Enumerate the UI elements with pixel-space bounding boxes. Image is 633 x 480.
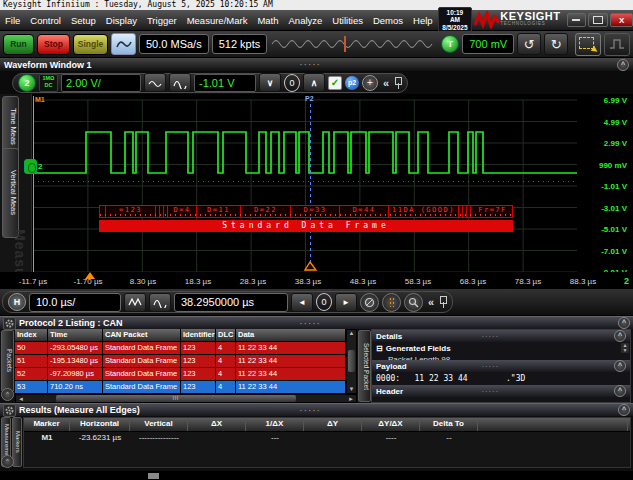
collapse-header-button[interactable]: ^ — [614, 385, 626, 397]
timebase-scale-field[interactable]: 10.0 µs/ — [29, 293, 121, 312]
menu-item-analyze[interactable]: Analyze — [284, 15, 328, 26]
channel2-coupling-badge[interactable]: 1MΩ DC — [39, 74, 58, 92]
sidebar-tab-time-meas[interactable]: Time Meas — [2, 96, 19, 156]
results-panel-header[interactable]: Results (Measure All Edges) ····· ^ — [0, 403, 633, 416]
pin-icon[interactable] — [439, 296, 447, 308]
gear-icon[interactable] — [3, 404, 16, 417]
table-row[interactable]: 53710.20 nsStandard Data Frame123411 22 … — [15, 381, 346, 394]
horizontal-position-field[interactable]: 38.2950000 µs — [174, 293, 288, 312]
position-zero-button[interactable]: 0 — [316, 293, 332, 311]
menu-item-display[interactable]: Display — [101, 15, 142, 26]
collapse-payload-button[interactable]: ^ — [614, 360, 626, 372]
results-column-marker[interactable]: Marker — [24, 418, 70, 431]
trigger-reference-triangle[interactable] — [304, 261, 317, 271]
vertical-offset-field[interactable]: -1.01 V — [194, 74, 256, 92]
trigger-level-field[interactable]: 700 mV — [462, 34, 514, 54]
scroll-left-icon[interactable]: ◄ — [16, 396, 26, 402]
drag-grip-icon[interactable]: ····· — [300, 320, 322, 327]
menu-item-utilities[interactable]: Utilities — [327, 15, 368, 26]
packet-table-hscrollbar[interactable]: ◄ lll ► — [15, 394, 357, 403]
restore-button[interactable] — [588, 13, 608, 27]
results-column-deltato[interactable]: Delta To — [420, 418, 478, 431]
waveform-grid[interactable]: M1 P2 2 =123D=4D=11D=22D=33D=4411DA (GOO… — [33, 96, 577, 272]
timebase-zoom-in-button[interactable] — [149, 293, 171, 312]
acquisition-preview[interactable] — [270, 34, 438, 54]
probe-p2-badge[interactable]: p2 — [345, 76, 359, 90]
can-decode-bus-bar[interactable]: =123D=4D=11D=22D=33D=4411DA (GOOD)Fr=7F — [99, 205, 513, 218]
details-section-header[interactable]: Details ····· ^ — [372, 330, 630, 342]
scale-decrease-button[interactable] — [144, 73, 166, 92]
channel-on-checkbox[interactable]: ✓ — [328, 76, 342, 90]
results-column-horizontal[interactable]: Horizontal — [70, 418, 130, 431]
trigger-badge[interactable]: T — [441, 35, 459, 53]
waveform-window-header[interactable]: Waveform Window 1 ····· ^ — [0, 58, 633, 71]
position-left-button[interactable]: ◄ — [291, 293, 313, 312]
timebase-zoom-out-button[interactable] — [124, 293, 146, 312]
results-column-y[interactable]: ΔY — [304, 418, 362, 431]
table-row[interactable]: 51-195.13480 µsStandard Data Frame123411… — [15, 355, 346, 368]
marker-m1-line[interactable] — [33, 96, 34, 272]
can-frame-type-bar[interactable]: Standard Data Frame — [99, 220, 513, 232]
hscroll-thumb[interactable]: lll — [56, 395, 296, 402]
single-button[interactable]: Single — [73, 34, 108, 55]
offset-down-button[interactable]: ∨ — [259, 73, 281, 92]
menu-item-file[interactable]: File — [0, 15, 25, 26]
scale-increase-button[interactable] — [169, 73, 191, 92]
channel2-badge[interactable]: 2 — [18, 74, 36, 92]
panel-corner-button[interactable]: ^ — [1, 455, 14, 468]
offset-zero-button[interactable]: 0 — [284, 74, 300, 92]
column-header-canpacket[interactable]: CAN Packet — [103, 329, 181, 341]
collapse-h-controls-button[interactable]: « — [426, 296, 436, 308]
generated-fields-row[interactable]: ⊟ Generated Fields ▲▼ — [372, 342, 630, 355]
column-header-identifier[interactable]: Identifier — [181, 329, 216, 341]
vscroll-thumb[interactable] — [348, 350, 355, 372]
payload-section-header[interactable]: Payload ····· ^ — [372, 360, 630, 372]
run-button[interactable]: Run — [3, 34, 34, 55]
collapse-results-button[interactable]: ^ — [618, 404, 630, 416]
collapse-controls-button[interactable]: « — [381, 77, 391, 89]
table-row[interactable]: 52-97.20980 µsStandard Data Frame123411 … — [15, 368, 346, 381]
column-header-time[interactable]: Time — [48, 329, 103, 341]
horizontal-badge[interactable]: H — [8, 293, 26, 311]
menu-item-help[interactable]: Help — [408, 15, 438, 26]
offset-up-button[interactable]: ∧ — [303, 73, 325, 92]
close-button[interactable]: X — [610, 13, 633, 27]
scroll-up-icon[interactable]: ▲ — [347, 330, 356, 336]
zoom-mode-button[interactable] — [360, 293, 379, 312]
add-channel-button[interactable]: + — [362, 75, 378, 91]
trigger-markers-button[interactable] — [382, 293, 401, 312]
waveform-setup-button[interactable] — [111, 33, 136, 55]
selected-packet-tab[interactable]: Selected Packet — [358, 330, 371, 402]
column-header-data[interactable]: Data — [236, 329, 346, 341]
undo-button[interactable]: ↺ — [517, 33, 541, 55]
redo-button[interactable]: ↻ — [544, 33, 568, 55]
results-column-x[interactable]: 1/ΔX — [246, 418, 304, 431]
menu-item-math[interactable]: Math — [252, 15, 283, 26]
sidebar-tab-vertical-meas[interactable]: Vertical Meas — [2, 148, 19, 238]
results-column-yx[interactable]: ΔY/ΔX — [362, 418, 420, 431]
measurement-p2-line[interactable] — [310, 104, 311, 272]
memory-depth-field[interactable]: 512 kpts — [212, 34, 268, 54]
vertical-scale-field[interactable]: 2.00 V/ — [61, 74, 141, 92]
scroll-down-icon[interactable]: ▼ — [347, 386, 356, 392]
stop-button[interactable]: Stop — [37, 34, 70, 55]
menu-item-control[interactable]: Control — [25, 15, 66, 26]
results-column-extra[interactable] — [478, 418, 628, 431]
menu-item-measuremark[interactable]: Measure/Mark — [182, 15, 253, 26]
packets-tab[interactable]: Packets — [1, 330, 14, 392]
header-section-header[interactable]: Header ····· ^ — [372, 385, 630, 397]
mini-scroll-icons[interactable]: ▲▼ — [621, 343, 629, 353]
channel2-ground-marker[interactable] — [24, 159, 37, 174]
drag-grip-icon[interactable]: ····· — [300, 61, 322, 68]
collapse-panel-button[interactable]: ^ — [618, 317, 630, 329]
minimize-button[interactable] — [567, 13, 587, 27]
menu-item-demos[interactable]: Demos — [368, 15, 408, 26]
clock-display[interactable]: 10:19 AM 8/5/2025 — [438, 7, 473, 34]
collapse-window-button[interactable]: ^ — [617, 59, 629, 71]
menu-item-trigger[interactable]: Trigger — [142, 15, 182, 26]
sample-rate-field[interactable]: 50.0 MSa/s — [139, 34, 209, 54]
zoom-region-button[interactable] — [575, 33, 601, 56]
results-column-x[interactable]: ΔX — [188, 418, 246, 431]
scroll-right-icon[interactable]: ► — [346, 396, 356, 402]
column-header-dlc[interactable]: DLC — [216, 329, 236, 341]
